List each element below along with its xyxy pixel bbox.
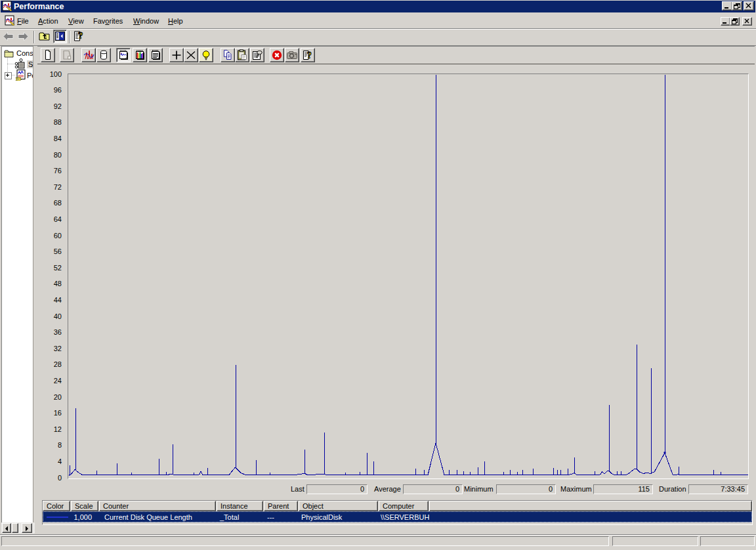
svg-text:?: ? [307, 51, 312, 60]
svg-text:?: ? [78, 30, 83, 41]
